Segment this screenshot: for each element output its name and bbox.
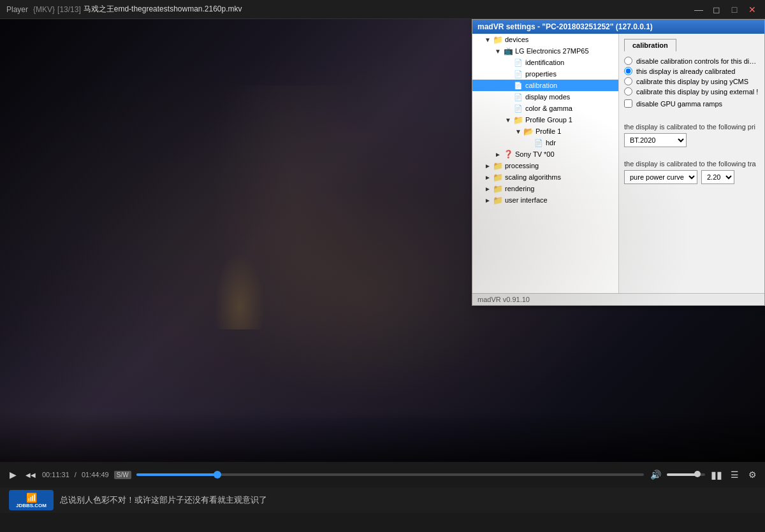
color-gamma-icon: 📄 [513,103,523,113]
primaries-section-label: the display is calibrated to the followi… [624,123,759,131]
tab-bar: calibration [624,39,759,52]
identification-page-icon: 📄 [513,57,523,68]
devices-folder-icon: 📁 [493,34,503,45]
madvr-titlebar: madVR settings - "PC-201803251252" (127.… [472,20,764,34]
madvr-body: ▼ 📁 devices ▼ 📺 LG Electronics 27MP65 [472,34,764,293]
app-name: Player [6,5,28,14]
radio-external-label: calibrate this display by using external… [636,88,758,96]
lg-device-icon: 📺 [503,46,513,56]
profile-group-1-label: Profile Group 1 [525,116,572,124]
tree-user-interface[interactable]: ► 📁 user interface [472,194,618,206]
expand-scaling-icon: ► [483,174,493,181]
tab-calibration[interactable]: calibration [624,39,676,52]
time-separator: / [75,471,76,478]
progress-bar[interactable] [136,473,644,476]
settings-icon[interactable]: ⚙ [746,468,759,481]
calibration-page-icon: 📄 [513,80,523,90]
scaling-algorithms-label: scaling algorithms [505,173,561,181]
checkbox-item-gpu-gamma: disable GPU gamma ramps [624,99,759,108]
play-button[interactable]: ▶ [6,468,19,481]
tree-lg-device[interactable]: ▼ 📺 LG Electronics 27MP65 [472,45,618,57]
tree-scaling-algorithms[interactable]: ► 📁 scaling algorithms [472,171,618,183]
radio-item-external: calibrate this display by using external… [624,87,759,96]
display-modes-icon: 📄 [513,92,523,102]
expand-devices-icon: ▼ [483,36,493,43]
profile-1-folder-icon: 📂 [523,126,534,136]
progress-thumb [214,471,221,478]
maximize-button[interactable]: □ [728,3,741,16]
radio-group-calibration: disable calibration controls for this di… [624,57,759,96]
ui-folder-icon: 📁 [493,195,503,205]
jdbbs-site-label: JDBBS.COM [16,503,47,508]
volume-fill [667,473,697,476]
madvr-title: madVR settings - "PC-201803251252" (127.… [477,22,653,31]
tree-processing[interactable]: ► 📁 processing [472,160,618,171]
expand-rendering-icon: ► [483,185,493,192]
tree-calibration[interactable]: ► 📄 calibration [472,80,618,91]
checkbox-gpu-gamma-label: disable GPU gamma ramps [636,100,722,108]
volume-thumb [694,471,701,477]
tree-sony-tv[interactable]: ► ❓ Sony TV *00 [472,148,618,160]
profile-1-label: Profile 1 [536,127,561,135]
restore-button[interactable]: ◻ [710,3,723,16]
transfer-curve-select[interactable]: pure power curve BT.1886 sRGB [624,170,697,184]
current-time: 00:11:31 [42,471,69,478]
properties-page-icon: 📄 [513,69,523,79]
color-gamma-label: color & gamma [525,104,572,112]
primaries-select[interactable]: BT.2020 BT.709 BT.601 NTSC BT.601 PAL DC… [624,133,687,147]
checkbox-gpu-gamma[interactable] [624,99,632,108]
expand-profile-1-icon: ▼ [513,128,523,135]
tree-panel: ▼ 📁 devices ▼ 📺 LG Electronics 27MP65 [472,34,619,293]
tree-color-gamma[interactable]: ► 📄 color & gamma [472,103,618,114]
processing-folder-icon: 📁 [493,161,503,171]
minimize-button[interactable]: — [692,3,705,16]
scaling-folder-icon: 📁 [493,172,503,182]
radio-ycms[interactable] [624,77,632,85]
radio-item-ycms: calibrate this display by using yCMS [624,77,759,85]
madvr-version: madVR v0.91.10 [477,296,530,303]
gamma-select[interactable]: 2.20 2.00 2.10 2.22 2.40 [701,170,734,184]
tree-profile-1[interactable]: ▼ 📂 Profile 1 [472,126,618,137]
tree-hdr[interactable]: ► 📄 hdr [472,137,618,148]
tree-devices[interactable]: ▼ 📁 devices [472,34,618,45]
tree-rendering[interactable]: ► 📁 rendering [472,183,618,194]
close-button[interactable]: ✕ [746,3,759,16]
radio-already-calibrated[interactable] [624,67,632,75]
calibration-label: calibration [525,82,557,89]
expand-processing-icon: ► [483,162,493,169]
player-controls: ▶ ◀◀ 00:11:31 / 01:44:49 S/W 🔊 ▮▮ ☰ ⚙ [0,462,765,487]
screen-icon[interactable]: ▮▮ [710,468,723,481]
sony-question-icon: ❓ [503,149,513,159]
tree-profile-group-1[interactable]: ▼ 📁 Profile Group 1 [472,114,618,126]
madvr-status-bar: madVR v0.91.10 [472,293,764,305]
playlist-icon[interactable]: ☰ [728,468,741,481]
video-frame: madVR settings - "PC-201803251252" (127.… [0,19,765,462]
hdr-label: hdr [546,139,556,147]
track-info: [13/13] [57,5,81,14]
total-time: 01:44:49 [82,471,109,478]
tree-properties[interactable]: ► 📄 properties [472,68,618,80]
titlebar: Player {MKV} [13/13] 马戏之王emd-thegreatest… [0,0,765,19]
radio-external[interactable] [624,87,632,96]
volume-slider[interactable] [667,473,705,476]
transfer-select-row: pure power curve BT.1886 sRGB 2.20 2.00 … [624,170,759,184]
tree-display-modes[interactable]: ► 📄 display modes [472,91,618,103]
user-interface-label: user interface [505,196,548,204]
processing-label: processing [505,162,539,169]
radio-disable-calibration[interactable] [624,57,632,65]
identification-label: identification [525,59,564,66]
jdbbs-logo-icon: 📶 [26,492,37,503]
prev-button[interactable]: ◀◀ [24,468,37,481]
volume-icon[interactable]: 🔊 [649,468,662,481]
display-modes-label: display modes [525,93,570,101]
tree-identification[interactable]: ► 📄 identification [472,57,618,68]
progress-fill [136,473,217,476]
expand-sony-icon: ► [493,151,503,158]
format-badge: {MKV} [33,5,55,14]
rendering-label: rendering [505,185,534,192]
radio-item-already-calibrated: this display is already calibrated [624,67,759,75]
primaries-select-row: BT.2020 BT.709 BT.601 NTSC BT.601 PAL DC… [624,133,759,147]
properties-label: properties [525,70,557,78]
radio-ycms-label: calibrate this display by using yCMS [636,78,748,85]
radio-disable-label: disable calibration controls for this di… [636,57,759,65]
